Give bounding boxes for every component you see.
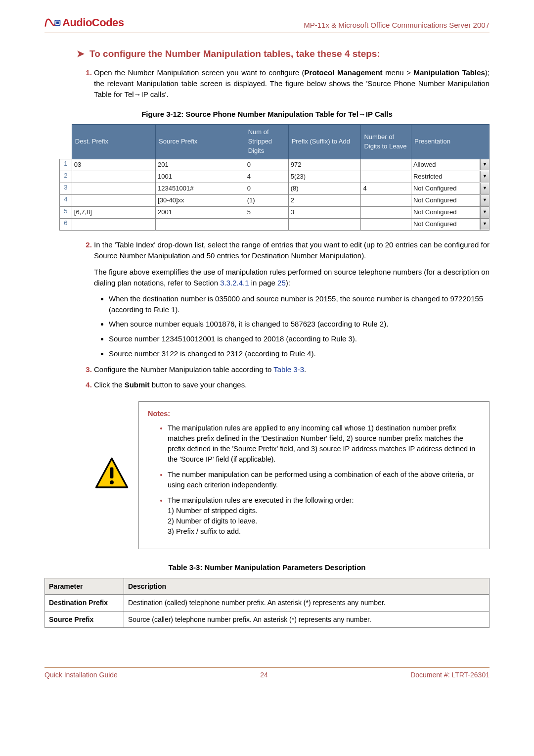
chevron-down-icon[interactable]: ▼ (480, 207, 489, 218)
dest-prefix-input[interactable] (72, 159, 155, 170)
digits-leave-input[interactable] (361, 183, 411, 194)
stripped-digits-input[interactable] (245, 219, 288, 230)
source-prefix-input[interactable] (156, 171, 245, 182)
prefix-suffix-input[interactable] (289, 159, 361, 170)
page-footer: Quick Installation Guide 24 Document #: … (44, 667, 490, 680)
dest-prefix-input[interactable] (72, 219, 155, 230)
presentation-value: Not Configured (411, 183, 480, 194)
example-intro-paragraph: The figure above exemplifies the use of … (94, 267, 490, 288)
table-row: 4Not Configured▼ (60, 194, 490, 206)
digits-leave-input[interactable] (361, 159, 411, 170)
param-description: Source (caller) telephone number prefix.… (124, 611, 490, 627)
audiocodes-logo-icon (44, 16, 61, 29)
svg-rect-4 (110, 467, 114, 478)
col-prefix-add: Prefix (Suffix) to Add (288, 125, 361, 159)
arrow-icon: ➤ (77, 48, 85, 59)
presentation-value: Not Configured (411, 195, 480, 206)
notes-box: Notes: The manipulation rules are applie… (138, 401, 490, 549)
presentation-select[interactable]: Not Configured▼ (411, 183, 489, 194)
col-stripped: Num of Stripped Digits (245, 125, 288, 159)
notes-heading: Notes: (148, 409, 480, 419)
logo: AudioCodes (44, 15, 124, 31)
table-row: 6Not Configured▼ (60, 218, 490, 230)
prefix-suffix-input[interactable] (289, 207, 361, 218)
table-row: Source PrefixSource (caller) telephone n… (45, 611, 490, 627)
chevron-down-icon[interactable]: ▼ (480, 171, 489, 182)
presentation-select[interactable]: Not Configured▼ (411, 219, 489, 230)
presentation-value: Restricted (411, 171, 480, 182)
row-index: 1 (60, 159, 72, 171)
warning-icon (94, 456, 130, 495)
table-caption: Table 3-3: Number Manipulation Parameter… (44, 562, 490, 573)
page-header: AudioCodes MP-11x & Microsoft Office Com… (44, 15, 490, 33)
list-item: The manipulation rules are executed in t… (168, 495, 480, 537)
presentation-select[interactable]: Allowed▼ (411, 159, 489, 170)
source-prefix-input[interactable] (156, 195, 245, 206)
header-right-text: MP-11x & Microsoft Office Communications… (304, 20, 490, 31)
prefix-suffix-input[interactable] (289, 195, 361, 206)
source-prefix-input[interactable] (156, 183, 245, 194)
dest-prefix-input[interactable] (72, 183, 155, 194)
presentation-value: Not Configured (411, 207, 480, 218)
notes-block: Notes: The manipulation rules are applie… (94, 401, 490, 549)
step-3: Configure the Number Manipulation table … (94, 364, 490, 375)
source-prefix-input[interactable] (156, 207, 245, 218)
page-link[interactable]: 25 (277, 279, 286, 287)
heading-text: To configure the Number Manipulation tab… (89, 48, 380, 59)
row-index: 5 (60, 206, 72, 218)
prefix-suffix-input[interactable] (289, 171, 361, 182)
table-row: 5Not Configured▼ (60, 206, 490, 218)
stripped-digits-input[interactable] (245, 195, 288, 206)
manipulation-table-figure: Dest. Prefix Source Prefix Num of Stripp… (59, 124, 490, 231)
row-index: 4 (60, 194, 72, 206)
stripped-digits-input[interactable] (245, 171, 288, 182)
chevron-down-icon[interactable]: ▼ (480, 159, 489, 170)
presentation-select[interactable]: Not Configured▼ (411, 195, 489, 206)
col-digits-leave: Number of Digits to Leave (361, 125, 411, 159)
presentation-select[interactable]: Not Configured▼ (411, 207, 489, 218)
step-1: Open the Number Manipulation screen you … (94, 67, 490, 99)
stripped-digits-input[interactable] (245, 159, 288, 170)
example-bullets: When the destination number is 035000 an… (109, 293, 490, 359)
dest-prefix-input[interactable] (72, 171, 155, 182)
source-prefix-input[interactable] (156, 219, 245, 230)
list-item: The number manipulation can be performed… (168, 470, 480, 490)
chevron-down-icon[interactable]: ▼ (480, 183, 489, 194)
stripped-digits-input[interactable] (245, 183, 288, 194)
stripped-digits-input[interactable] (245, 207, 288, 218)
table-row: 2Restricted▼ (60, 171, 490, 183)
presentation-value: Not Configured (411, 219, 480, 230)
list-item: The manipulation rules are applied to an… (168, 423, 480, 465)
digits-leave-input[interactable] (361, 207, 411, 218)
row-index: 3 (60, 183, 72, 194)
list-item: When the destination number is 035000 an… (109, 293, 490, 315)
table-link[interactable]: Table 3-3 (273, 365, 304, 374)
footer-right: Document #: LTRT-26301 (410, 670, 490, 680)
section-heading: ➤To configure the Number Manipulation ta… (77, 47, 490, 61)
section-link[interactable]: 3.3.2.4.1 (220, 279, 249, 287)
digits-leave-input[interactable] (361, 171, 411, 182)
presentation-value: Allowed (411, 159, 480, 170)
prefix-suffix-input[interactable] (289, 183, 361, 194)
list-item: Source number 3122 is changed to 2312 (a… (109, 348, 490, 359)
col-dest-prefix: Dest. Prefix (72, 125, 155, 159)
svg-rect-2 (56, 21, 59, 24)
col-source-prefix: Source Prefix (156, 125, 245, 159)
param-name: Source Prefix (45, 611, 124, 627)
logo-text: AudioCodes (62, 15, 124, 31)
params-table: Parameter Description Destination Prefix… (44, 578, 490, 628)
chevron-down-icon[interactable]: ▼ (480, 195, 489, 206)
row-index: 6 (60, 218, 72, 230)
source-prefix-input[interactable] (156, 159, 245, 170)
chevron-down-icon[interactable]: ▼ (480, 219, 489, 230)
prefix-suffix-input[interactable] (289, 219, 361, 230)
footer-page-number: 24 (260, 670, 268, 680)
presentation-select[interactable]: Restricted▼ (411, 171, 489, 182)
param-description: Destination (called) telephone number pr… (124, 595, 490, 611)
row-index: 2 (60, 171, 72, 183)
digits-leave-input[interactable] (361, 195, 411, 206)
dest-prefix-input[interactable] (72, 195, 155, 206)
list-item: When source number equals 1001876, it is… (109, 319, 490, 330)
digits-leave-input[interactable] (361, 219, 411, 230)
dest-prefix-input[interactable] (72, 207, 155, 218)
